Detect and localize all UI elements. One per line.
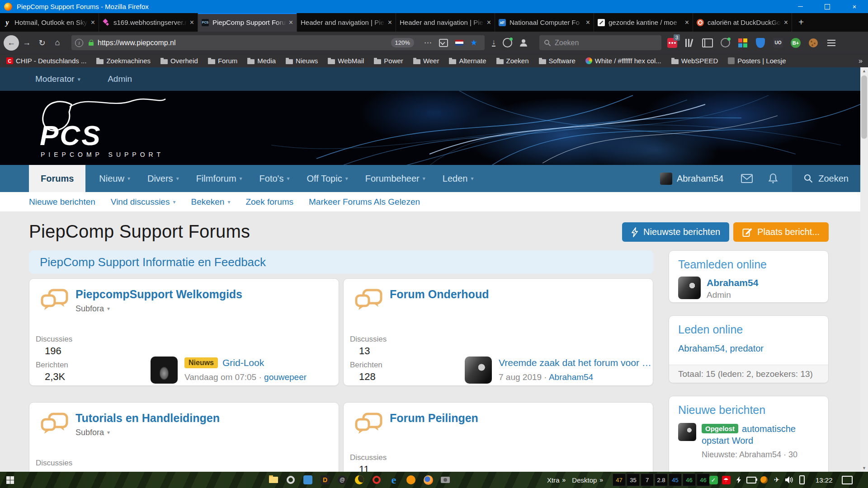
team-member-avatar[interactable] <box>678 277 701 299</box>
forum-title-link[interactable]: Forum Onderhoud <box>390 288 489 301</box>
tab-hotmail[interactable]: y Hotmail, Outlook en Sky × <box>0 13 99 32</box>
nav-tab-divers[interactable]: Divers▾ <box>140 165 186 192</box>
category-header[interactable]: PiepComp Support Informatie en Feedback <box>29 250 653 274</box>
tab-close-icon[interactable]: × <box>586 19 590 27</box>
tab-close-icon[interactable]: × <box>784 19 788 27</box>
forum-title-link[interactable]: PiepcompSupport Welkomgids <box>75 288 242 301</box>
antivirus-check-icon[interactable]: ✓ <box>708 474 719 485</box>
pcs-logo[interactable]: PCS PIEPCOMP SUPPORT <box>26 97 189 160</box>
subnav-nieuwe-berichten[interactable]: Nieuwe berichten <box>29 197 95 207</box>
bookmark-folder-media[interactable]: Media <box>247 57 276 65</box>
subnav-zoek-forums[interactable]: Zoek forums <box>245 197 293 207</box>
latest-poster-link[interactable]: gouwepeer <box>264 372 307 382</box>
d-app-icon[interactable]: D <box>318 473 332 487</box>
account-menu[interactable]: Abraham54 <box>660 165 723 192</box>
subnav-vind-discussies[interactable]: Vind discussies▾ <box>111 197 176 207</box>
file-explorer-icon[interactable] <box>267 473 280 487</box>
tab-header-nav-1[interactable]: Header and navigation | Pie × <box>297 13 396 32</box>
subnav-markeer-gelezen[interactable]: Markeer Forums Als Gelezen <box>309 197 420 207</box>
tab-xenforo[interactable]: xF Nationaal Computer Fo × <box>495 13 594 32</box>
bookmark-folder-nieuws[interactable]: Nieuws <box>286 57 318 65</box>
poster-avatar[interactable] <box>678 423 696 441</box>
action-center-button[interactable] <box>842 472 853 488</box>
post-message-button[interactable]: Plaats bericht... <box>733 222 829 242</box>
inbox-button[interactable] <box>733 165 760 192</box>
page-scrollbar[interactable]: ▲ ▼ <box>860 67 868 472</box>
bookmarks-overflow-chevron[interactable]: » <box>859 57 863 65</box>
xtra-toolbar[interactable]: Xtra <box>547 476 560 484</box>
address-bar[interactable]: i https://www.piepcomp.nl 120% ⋯ ★ <box>71 35 485 50</box>
bplus-extension-icon[interactable]: B+ <box>789 36 802 50</box>
tab-close-icon[interactable]: × <box>685 19 689 27</box>
bookmark-folder-alternate[interactable]: Alternate <box>449 57 486 65</box>
opera-icon[interactable] <box>370 473 383 487</box>
subnav-bekeken[interactable]: Bekeken▾ <box>191 197 230 207</box>
scroll-up-arrow[interactable]: ▲ <box>860 67 868 75</box>
chevron-double-icon[interactable]: » <box>599 476 603 483</box>
nav-tab-leden[interactable]: Leden▾ <box>435 165 481 192</box>
scrollbar-thumb[interactable] <box>861 75 867 139</box>
nav-search-button[interactable]: Zoeken <box>792 165 860 192</box>
team-member-link[interactable]: Abraham54 <box>707 277 758 288</box>
downloads-button[interactable]: ↓ <box>492 39 495 47</box>
back-button[interactable]: ← <box>4 35 19 51</box>
search-bar[interactable]: Zoeken <box>539 35 661 50</box>
zoom-level-indicator[interactable]: 120% <box>391 38 414 47</box>
moderator-menu[interactable]: Moderator ▾ <box>35 74 80 84</box>
orange-app-icon[interactable] <box>404 473 418 487</box>
bookmark-folder-forum[interactable]: Forum <box>208 57 237 65</box>
admin-link[interactable]: Admin <box>108 74 132 84</box>
desktop-toolbar[interactable]: Desktop <box>572 476 597 484</box>
home-button[interactable]: ⌂ <box>50 35 65 51</box>
bookmark-folder-power[interactable]: Power <box>374 57 403 65</box>
nav-tab-fotos[interactable]: Foto's▾ <box>252 165 297 192</box>
dutch-flag-icon[interactable] <box>455 40 463 46</box>
java-tray-icon[interactable] <box>759 474 769 485</box>
latest-poster-avatar[interactable] <box>465 357 492 384</box>
bookmark-loesje[interactable]: Posters | Loesje <box>728 57 786 65</box>
shield-extension-icon[interactable] <box>754 36 767 50</box>
scroll-down-arrow[interactable]: ▼ <box>860 465 868 472</box>
tab-duckduckgo[interactable]: caloriën at DuckDuckGo × <box>693 13 792 32</box>
latest-thread-link[interactable]: Vreemde zaak dat het forum voor ee... <box>499 357 652 368</box>
cookie-extension-icon[interactable] <box>807 36 820 50</box>
settings-gear-icon[interactable] <box>284 473 297 487</box>
nav-tab-nieuw[interactable]: Nieuw▾ <box>92 165 137 192</box>
tab-close-icon[interactable]: × <box>487 19 491 27</box>
nav-tab-forums[interactable]: Forums <box>29 165 85 192</box>
url-text[interactable]: https://www.piepcomp.nl <box>98 39 391 47</box>
newest-posts-button[interactable]: Nieuwste berichten <box>622 222 729 242</box>
bookmark-folder-webspeed[interactable]: WebSPEED <box>671 57 718 65</box>
account-icon[interactable] <box>519 39 528 47</box>
profile-extension-icon[interactable] <box>718 36 732 50</box>
bookmark-folder-software[interactable]: Software <box>539 57 576 65</box>
firefox-taskbar-icon[interactable] <box>421 473 435 487</box>
bookmark-folder-zoeken[interactable]: Zoeken <box>496 57 529 65</box>
reload-button[interactable]: ↻ <box>34 35 50 51</box>
usb-icon[interactable] <box>797 474 807 485</box>
chevron-double-icon[interactable]: » <box>562 476 566 483</box>
bookmark-folder-weer[interactable]: Weer <box>413 57 439 65</box>
screenshot-app-icon[interactable] <box>439 473 452 487</box>
avira-umbrella-icon[interactable]: ☂ <box>721 474 731 485</box>
bookmark-white-hex[interactable]: White / #ffffff hex col... <box>585 57 661 65</box>
menu-button[interactable] <box>827 40 835 46</box>
lightning-tray-icon[interactable] <box>733 474 744 485</box>
new-tab-button[interactable]: + <box>792 13 810 32</box>
bookmark-chip[interactable]: CCHIP - Deutschlands ... <box>6 57 86 65</box>
bookmark-folder-overheid[interactable]: Overheid <box>160 57 198 65</box>
tab-webhosting[interactable]: s169.webhostingserver.n × <box>99 13 198 32</box>
tab-close-icon[interactable]: × <box>190 19 194 27</box>
forum-title-link[interactable]: Forum Peilingen <box>390 412 478 425</box>
tab-close-icon[interactable]: × <box>388 19 392 27</box>
nav-tab-offtopic[interactable]: Off Topic▾ <box>299 165 355 192</box>
subfora-toggle[interactable]: Subfora ▾ <box>75 304 242 314</box>
tab-close-icon[interactable]: × <box>289 19 293 27</box>
page-info-icon[interactable]: i <box>75 39 83 47</box>
tab-close-icon[interactable]: × <box>91 19 95 27</box>
page-actions-icon[interactable]: ⋯ <box>424 38 432 47</box>
tab-kantine[interactable]: gezonde kantine / moe × <box>594 13 693 32</box>
moon-app-icon[interactable] <box>353 473 366 487</box>
library-button[interactable] <box>683 36 697 50</box>
subfora-toggle[interactable]: Subfora ▾ <box>75 428 220 437</box>
